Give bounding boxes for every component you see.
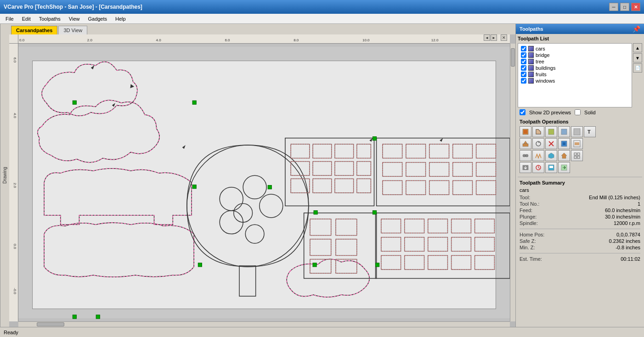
- close-button[interactable]: ✕: [631, 3, 640, 11]
- show-2d-previews-label: Show 2D previews: [529, 110, 571, 115]
- op-recalc-btn[interactable]: [532, 138, 544, 149]
- svg-rect-113: [314, 211, 317, 214]
- toolpath-buildings[interactable]: buildings: [520, 65, 630, 71]
- svg-rect-118: [73, 101, 76, 104]
- ruler-v-2: 2.0: [13, 183, 17, 188]
- op-text-btn[interactable]: T: [584, 126, 596, 137]
- title-text: VCarve Pro [TechShop - San Jose] - [Cars…: [4, 4, 142, 10]
- restore-button[interactable]: □: [620, 3, 629, 11]
- drawing-canvas[interactable]: [18, 44, 510, 321]
- menu-file[interactable]: File: [2, 15, 17, 22]
- toolpath-tree-checkbox[interactable]: [521, 59, 526, 64]
- canvas-area: Carsandpathes 3D View 0.0 2.0 4.0 6.0 8.…: [9, 24, 515, 327]
- op-grid-btn[interactable]: [571, 150, 583, 161]
- svg-rect-117: [96, 315, 100, 319]
- canvas-wrapper: 0.0 2.0 4.0 6.0 8.0 10.0 12.0 ◄ ► ✕: [9, 34, 515, 327]
- summary-minz-row: Min. Z: -0.8 inches: [520, 245, 640, 250]
- toolpath-cars[interactable]: cars: [520, 45, 630, 52]
- op-texture-btn[interactable]: [571, 126, 583, 137]
- ruler-horizontal: 0.0 2.0 4.0 6.0 8.0 10.0 12.0 ◄ ► ✕: [18, 34, 510, 44]
- summary-minz-label: Min. Z:: [520, 245, 535, 250]
- summary-spindle-row: Spindle: 12000 r.p.m: [520, 220, 640, 226]
- summary-home-label: Home Pos:: [520, 232, 544, 237]
- op-export-btn[interactable]: [558, 162, 570, 173]
- op-preview3d-btn[interactable]: [545, 150, 557, 161]
- op-profile-btn[interactable]: [532, 126, 544, 137]
- op-pocket-btn[interactable]: [520, 126, 531, 137]
- op-join-btn[interactable]: [520, 150, 531, 161]
- horizontal-scrollbar[interactable]: [18, 321, 510, 327]
- summary-name: cars: [520, 187, 640, 193]
- toolpath-windows-label: windows: [536, 78, 555, 84]
- toolpath-down-button[interactable]: ▼: [633, 53, 642, 62]
- drawing-label: Drawing: [0, 24, 9, 327]
- toolpath-windows-checkbox[interactable]: [521, 78, 526, 84]
- canvas-close[interactable]: ✕: [501, 34, 507, 41]
- ruler-h-4: 4.0: [156, 38, 161, 42]
- svg-rect-138: [577, 153, 580, 155]
- toolpath-cars-checkbox[interactable]: [521, 46, 526, 51]
- summary-spindle-value: 12000 r.p.m: [614, 220, 640, 226]
- ruler-h-0: 0.0: [19, 38, 24, 42]
- op-material-btn[interactable]: [571, 138, 583, 149]
- summary-safez-value: 0.2362 inches: [609, 238, 641, 244]
- op-save-btn[interactable]: [545, 162, 557, 173]
- op-drill-btn[interactable]: [545, 126, 557, 137]
- svg-rect-125: [574, 129, 580, 135]
- panel-pin[interactable]: 📌: [633, 25, 640, 33]
- canvas-nav-prev[interactable]: ◄: [484, 34, 490, 41]
- svg-rect-124: [561, 129, 567, 135]
- toolpath-windows[interactable]: windows: [520, 78, 630, 84]
- solid-checkbox[interactable]: [575, 109, 581, 115]
- toolpath-tree[interactable]: tree: [520, 58, 630, 65]
- svg-rect-120: [192, 101, 196, 104]
- minimize-button[interactable]: ─: [609, 3, 618, 11]
- toolpath-page-button[interactable]: 📄: [633, 63, 642, 73]
- summary-divider-1: [520, 229, 640, 229]
- summary-tool-label: Tool:: [520, 195, 530, 200]
- tab-3d-view[interactable]: 3D View: [58, 26, 87, 34]
- toolpath-up-button[interactable]: ▲: [633, 43, 642, 52]
- window-controls: ─ □ ✕: [609, 3, 640, 11]
- svg-line-144: [538, 168, 540, 168]
- menu-toolpaths[interactable]: Toolpaths: [35, 15, 64, 22]
- toolpath-fruits-checkbox[interactable]: [521, 72, 526, 77]
- toolpath-list-section: cars bridge tree: [518, 43, 642, 107]
- menu-view[interactable]: View: [65, 15, 84, 22]
- toolpath-bridge-checkbox[interactable]: [521, 52, 526, 58]
- op-clock-btn[interactable]: [532, 162, 544, 173]
- op-edit-btn[interactable]: [520, 138, 531, 149]
- tab-bar: Carsandpathes 3D View: [9, 24, 515, 34]
- summary-home-row: Home Pos: 0,0,0.7874: [520, 232, 640, 237]
- operations-title: Toolpath Operations: [520, 119, 640, 124]
- toolpath-buildings-checkbox[interactable]: [521, 65, 526, 71]
- toolpath-bridge[interactable]: bridge: [520, 52, 630, 58]
- svg-text:T: T: [588, 129, 591, 135]
- scrollbar-v-thumb[interactable]: [511, 48, 515, 67]
- toolpath-fruits-icon: [528, 72, 534, 77]
- op-simulate-btn[interactable]: [558, 138, 570, 149]
- op-delete-btn[interactable]: [545, 138, 557, 149]
- menu-edit[interactable]: Edit: [18, 15, 34, 22]
- svg-rect-137: [574, 153, 576, 155]
- op-nest-btn[interactable]: [532, 150, 544, 161]
- menu-help[interactable]: Help: [112, 15, 130, 22]
- summary-esttime-row: Est. Time: 00:11:02: [520, 256, 640, 262]
- vertical-scrollbar[interactable]: [510, 44, 515, 321]
- canvas-nav-next[interactable]: ►: [491, 34, 497, 41]
- toolpath-cars-label: cars: [536, 46, 545, 51]
- op-vcarve-btn[interactable]: [558, 126, 570, 137]
- op-home-btn[interactable]: [558, 150, 570, 161]
- toolpath-fruits[interactable]: fruits: [520, 71, 630, 78]
- summary-safez-label: Safe Z:: [520, 238, 536, 244]
- panel-title-bar: Toolpaths 📌: [516, 24, 644, 34]
- op-import-btn[interactable]: [520, 162, 531, 173]
- preview-controls: Show 2D previews Solid: [516, 107, 644, 117]
- scrollbar-h-thumb[interactable]: [37, 322, 64, 326]
- svg-rect-119: [192, 185, 196, 189]
- tab-carsandpathes[interactable]: Carsandpathes: [11, 26, 57, 34]
- show-2d-previews-checkbox[interactable]: [520, 109, 525, 115]
- svg-rect-123: [548, 129, 554, 135]
- toolpath-bridge-label: bridge: [536, 52, 550, 58]
- menu-gadgets[interactable]: Gadgets: [84, 15, 111, 22]
